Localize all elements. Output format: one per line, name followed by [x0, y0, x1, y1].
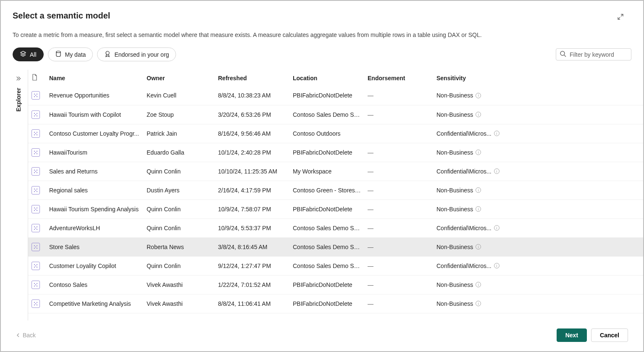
- svg-point-49: [37, 264, 37, 265]
- svg-point-44: [37, 245, 37, 246]
- svg-point-61: [37, 304, 37, 305]
- ribbon-icon: [104, 50, 111, 58]
- filter-pill-endorsed[interactable]: Endorsed in your org: [97, 47, 176, 61]
- svg-point-39: [37, 226, 37, 227]
- cell-name: Contoso Customer Loyalty Progr...: [46, 124, 143, 143]
- search-box[interactable]: [556, 48, 631, 60]
- table-row[interactable]: Hawaii Tourism with CopilotZoe Stoup3/20…: [28, 105, 643, 124]
- svg-point-43: [34, 245, 35, 246]
- col-header-owner[interactable]: Owner: [143, 70, 215, 86]
- dialog-header: Select a semantic model: [1, 1, 643, 24]
- col-header-sensitivity[interactable]: Sensitivity: [433, 70, 643, 86]
- col-header-type[interactable]: [28, 70, 46, 86]
- chevron-left-icon: [16, 332, 20, 339]
- col-header-location[interactable]: Location: [289, 70, 364, 86]
- cell-name: Contoso Sales: [46, 275, 143, 294]
- cell-name: HawaiiTourism: [46, 143, 143, 162]
- svg-point-19: [37, 150, 37, 151]
- cell-owner: Quinn Conlin: [143, 256, 215, 275]
- cell-endorsement: —: [364, 143, 433, 162]
- cell-sensitivity: Non-Businessi: [433, 86, 643, 105]
- cell-endorsement: —: [364, 218, 433, 237]
- table-row[interactable]: Customer Loyality CopilotQuinn Conlin9/1…: [28, 256, 643, 275]
- next-button[interactable]: Next: [557, 328, 587, 342]
- filter-pill-mydata-label: My data: [65, 51, 86, 58]
- col-header-refreshed[interactable]: Refreshed: [215, 70, 289, 86]
- info-icon: i: [476, 301, 481, 306]
- svg-point-57: [35, 284, 36, 285]
- info-icon: i: [476, 150, 481, 155]
- svg-point-1: [106, 51, 109, 55]
- svg-point-0: [56, 51, 60, 53]
- semantic-model-icon: [32, 129, 40, 138]
- dialog-description: To create a metric from a measure, first…: [1, 24, 643, 38]
- cell-name: Sales and Returns: [46, 162, 143, 181]
- filter-pill-all[interactable]: All: [13, 47, 44, 61]
- cell-refreshed: 8/8/24, 11:06:41 AM: [215, 294, 289, 313]
- info-icon: i: [494, 168, 499, 174]
- expand-explorer-button[interactable]: [16, 76, 21, 83]
- table-row[interactable]: Store SalesRoberta News3/8/24, 8:16:45 A…: [28, 237, 643, 256]
- svg-point-42: [35, 227, 36, 228]
- semantic-model-icon: [32, 167, 40, 176]
- cell-refreshed: 10/1/24, 2:40:28 PM: [215, 143, 289, 162]
- cell-name: Customer Loyality Copilot: [46, 256, 143, 275]
- info-icon: i: [476, 93, 481, 98]
- svg-point-38: [34, 226, 35, 227]
- cell-name: Hawaii Tourism with Copilot: [46, 105, 143, 124]
- cell-location: PBIFabricDoNotDelete: [289, 294, 364, 313]
- cancel-button[interactable]: Cancel: [591, 328, 628, 342]
- filter-pill-mydata[interactable]: My data: [48, 47, 93, 61]
- cell-sensitivity: Non-Businessi: [433, 200, 643, 218]
- cell-location: PBIFabricDoNotDelete: [289, 200, 364, 218]
- svg-point-62: [35, 303, 36, 304]
- col-header-endorsement[interactable]: Endorsement: [364, 70, 433, 86]
- table-row[interactable]: Revenue OpportunitiesKevin Cuell8/8/24, …: [28, 86, 643, 105]
- cell-sensitivity: Non-Businessi: [433, 294, 643, 313]
- table-row[interactable]: Contoso SalesVivek Awasthi1/22/24, 7:01:…: [28, 275, 643, 294]
- svg-point-24: [37, 169, 37, 170]
- cell-name: Store Sales: [46, 237, 143, 256]
- expand-dialog-button[interactable]: [615, 11, 626, 24]
- table-row[interactable]: HawaiiTourismEduardo Galla10/1/24, 2:40:…: [28, 143, 643, 162]
- table-row[interactable]: Hawaii Tourism Spending AnalysisQuinn Co…: [28, 200, 643, 218]
- svg-point-26: [37, 172, 37, 173]
- table-row[interactable]: Contoso Customer Loyalty Progr...Patrick…: [28, 124, 643, 143]
- info-icon: i: [476, 187, 481, 193]
- cell-location: PBIFabricDoNotDelete: [289, 275, 364, 294]
- cell-location: Contoso Green - Stores ...: [289, 181, 364, 200]
- info-icon: i: [494, 225, 499, 231]
- svg-point-11: [37, 115, 37, 116]
- table-row[interactable]: Sales and ReturnsQuinn Conlin10/10/24, 1…: [28, 162, 643, 181]
- svg-point-36: [37, 210, 37, 210]
- cell-location: My Workspace: [289, 162, 364, 181]
- svg-point-30: [34, 191, 35, 192]
- svg-point-21: [37, 153, 37, 154]
- svg-point-37: [35, 208, 36, 209]
- cell-sensitivity: Confidential\Micros...i: [433, 256, 643, 275]
- cell-refreshed: 2/16/24, 4:17:59 PM: [215, 181, 289, 200]
- semantic-model-icon: [32, 262, 40, 270]
- cell-endorsement: —: [364, 275, 433, 294]
- cell-sensitivity: Non-Businessi: [433, 181, 643, 200]
- svg-point-15: [34, 134, 35, 135]
- cell-owner: Quinn Conlin: [143, 200, 215, 218]
- svg-point-18: [34, 150, 35, 151]
- col-header-name[interactable]: Name: [46, 70, 143, 86]
- search-input[interactable]: [569, 51, 628, 58]
- cell-owner: Eduardo Galla: [143, 143, 215, 162]
- cell-endorsement: —: [364, 105, 433, 124]
- table-row[interactable]: Competitive Marketing AnalysisVivek Awas…: [28, 294, 643, 313]
- cell-refreshed: 3/8/24, 8:16:45 AM: [215, 237, 289, 256]
- explorer-label: Explorer: [15, 88, 22, 112]
- table-row[interactable]: AdventureWorksLHQuinn Conlin10/9/24, 5:5…: [28, 218, 643, 237]
- svg-point-32: [35, 189, 36, 190]
- cell-name: Hawaii Tourism Spending Analysis: [46, 200, 143, 218]
- cell-location: PBIFabricDoNotDelete: [289, 143, 364, 162]
- semantic-model-icon: [32, 91, 40, 100]
- back-button[interactable]: Back: [16, 332, 36, 339]
- cell-owner: Vivek Awasthi: [143, 275, 215, 294]
- models-table-scroll[interactable]: Name Owner Refreshed Location Endorsemen…: [28, 70, 643, 320]
- cell-owner: Quinn Conlin: [143, 218, 215, 237]
- table-row[interactable]: Regional salesDustin Ayers2/16/24, 4:17:…: [28, 181, 643, 200]
